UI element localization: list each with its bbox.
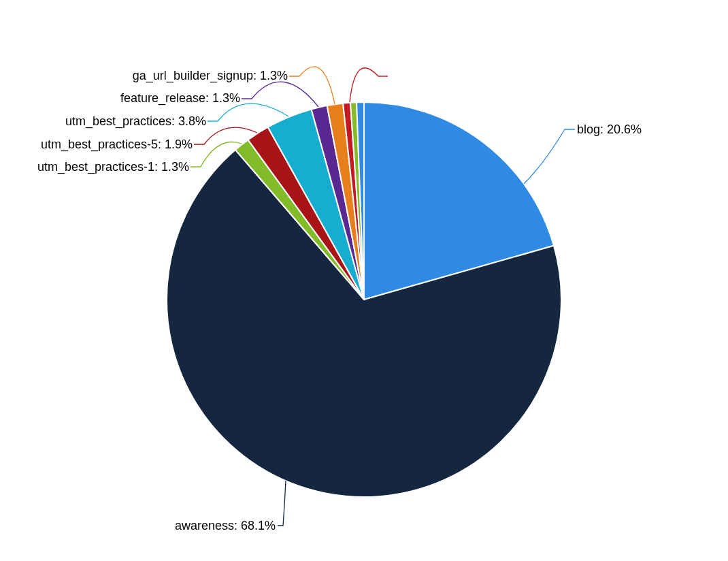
leader-ga-url-builder-signup xyxy=(289,67,335,104)
leader-blog xyxy=(524,129,575,184)
label-utm-best-practices-1: utm_best_practices-1: 1.3% xyxy=(37,160,189,174)
leader-feature-release xyxy=(242,82,318,107)
pie-svg: blog: 20.6% awareness: 68.1% utm_best_pr… xyxy=(0,0,728,561)
leader-awareness xyxy=(278,481,286,526)
label-awareness: awareness: 68.1% xyxy=(175,519,276,532)
pie-chart: blog: 20.6% awareness: 68.1% utm_best_pr… xyxy=(0,0,728,561)
label-feature-release: feature_release: 1.3% xyxy=(120,91,240,106)
label-blog: blog: 20.6% xyxy=(577,123,642,136)
leader-utm-best-practices xyxy=(208,103,288,121)
label-ga-url-builder-signup: ga_url_builder_signup: 1.3% xyxy=(133,69,288,83)
leader-unlabeled-a xyxy=(350,68,388,102)
label-utm-best-practices: utm_best_practices: 3.8% xyxy=(65,114,206,129)
label-utm-best-practices-5: utm_best_practices-5: 1.9% xyxy=(41,138,193,152)
